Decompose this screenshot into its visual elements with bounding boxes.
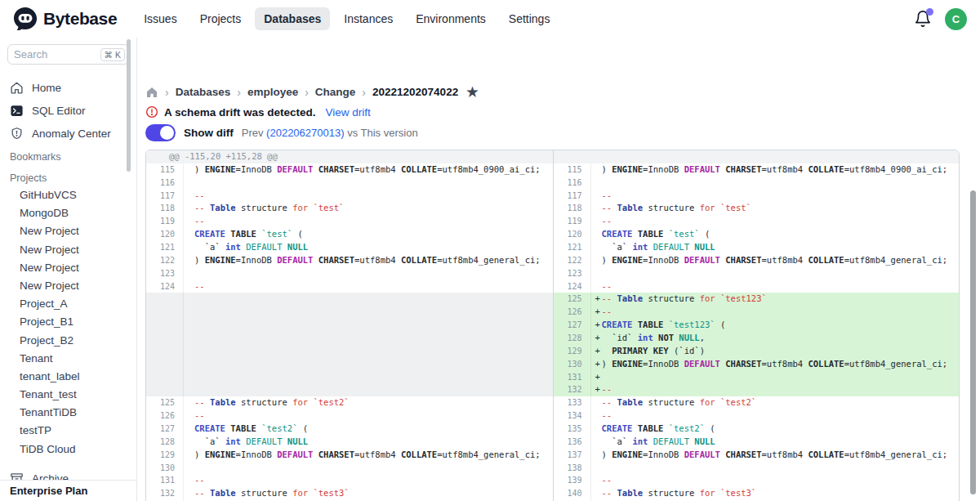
chevron-right-icon: ›: [165, 86, 169, 99]
sidebar-scrollbar[interactable]: [127, 39, 131, 172]
search-box[interactable]: ⌘ K: [7, 44, 129, 65]
navbar-item-settings[interactable]: Settings: [500, 7, 559, 30]
bytebase-logo[interactable]: Bytebase: [13, 7, 117, 31]
project-item[interactable]: New Project: [0, 223, 136, 241]
navbar-item-environments[interactable]: Environments: [407, 7, 495, 30]
line-marker: [591, 474, 602, 487]
navbar-item-databases[interactable]: Databases: [255, 7, 330, 30]
code-text: --: [194, 474, 205, 487]
project-item[interactable]: tenant_label: [0, 369, 136, 387]
alert-icon: [145, 105, 158, 119]
code-text: CREATE TABLE `test123` (: [602, 319, 726, 332]
code-text: CREATE TABLE `test` (: [602, 228, 710, 241]
line-number: 118: [554, 202, 591, 215]
line-marker: [184, 409, 194, 423]
sidebar-item-sql-editor[interactable]: SQL Editor: [0, 99, 136, 122]
line-number: 136: [554, 436, 591, 449]
vs-this-version-label: vs This version: [347, 127, 417, 139]
project-item[interactable]: Project_A: [0, 296, 136, 314]
line-marker: [184, 280, 194, 293]
line-number: 127: [146, 423, 184, 436]
line-marker: [591, 449, 602, 462]
diff-versions-text: Prev (202206270013) vs This version: [242, 127, 418, 139]
diff-line: 128 `a` int DEFAULT NULL: [146, 436, 553, 449]
view-drift-link[interactable]: View drift: [326, 106, 371, 119]
hunk-header: [554, 150, 960, 163]
code-text: --: [602, 409, 612, 423]
line-number: 127: [554, 319, 591, 332]
diff-line: 136 `a` int DEFAULT NULL: [554, 436, 960, 449]
line-number: 137: [554, 449, 591, 462]
home-icon[interactable]: [145, 86, 158, 99]
line-number: 130: [146, 462, 184, 475]
project-item[interactable]: TiDB Cloud: [0, 441, 136, 459]
line-marker: [184, 396, 194, 409]
breadcrumb-item[interactable]: Databases: [176, 86, 231, 98]
star-icon[interactable]: ★: [466, 84, 478, 100]
project-list: GitHubVCSMongoDBNew ProjectNew ProjectNe…: [0, 187, 136, 459]
project-item[interactable]: Tenant_test: [0, 387, 136, 405]
code-text: --: [602, 280, 612, 293]
diff-line: 137) ENGINE=InnoDB DEFAULT CHARSET=utf8m…: [554, 449, 960, 462]
diff-line: 115) ENGINE=InnoDB DEFAULT CHARSET=utf8m…: [146, 163, 553, 177]
project-item[interactable]: MongoDB: [0, 205, 136, 223]
line-marker: [591, 396, 602, 409]
line-marker: [184, 163, 194, 177]
code-text: -- Table structure for `test`: [602, 202, 751, 215]
diff-line: 129+ PRIMARY KEY (`id`): [554, 345, 960, 358]
addition-marker: +: [591, 371, 602, 384]
code-text: --: [602, 474, 612, 487]
project-item[interactable]: Project_B1: [0, 314, 136, 332]
project-item[interactable]: testTP: [0, 423, 136, 441]
code-text: ) ENGINE=InnoDB DEFAULT CHARSET=utf8mb4 …: [194, 163, 541, 177]
breadcrumb-item[interactable]: employee: [247, 86, 298, 98]
line-number: 126: [554, 306, 591, 319]
hunk-header: @@ -115,20 +115,28 @@: [146, 150, 553, 163]
page-scrollbar[interactable]: [970, 190, 976, 494]
line-marker: [184, 436, 194, 449]
code-text: --: [602, 306, 612, 319]
diff-line: 127+CREATE TABLE `test123` (: [554, 319, 960, 332]
project-item[interactable]: Tenant: [0, 351, 136, 369]
project-item[interactable]: TenantTiDB: [0, 405, 136, 423]
diff-line: 128+ `id` int NOT NULL,: [554, 332, 960, 345]
notifications-button[interactable]: [914, 10, 932, 28]
sidebar-item-label: Anomaly Center: [32, 127, 111, 140]
line-number: 139: [554, 474, 591, 487]
code-text: `id` int NOT NULL,: [602, 332, 705, 345]
navbar-item-instances[interactable]: Instances: [335, 7, 402, 30]
project-item[interactable]: Project_B2: [0, 333, 136, 351]
search-input[interactable]: [14, 48, 100, 60]
breadcrumb-items: ›Databases›employee›Change›2022120207402…: [165, 86, 458, 99]
diff-line: 120CREATE TABLE `test` (: [554, 228, 960, 241]
line-number: 120: [554, 228, 591, 241]
breadcrumb-item[interactable]: 20221202074022: [372, 86, 458, 98]
code-text: ) ENGINE=InnoDB DEFAULT CHARSET=utf8mb4 …: [602, 358, 948, 371]
diff-gap-row: [146, 332, 553, 345]
diff-line: 122) ENGINE=InnoDB DEFAULT CHARSET=utf8m…: [554, 254, 960, 267]
project-item[interactable]: New Project: [0, 260, 136, 278]
search-shortcut-badge: ⌘ K: [100, 48, 125, 61]
avatar[interactable]: C: [945, 8, 967, 30]
show-diff-toggle[interactable]: [145, 124, 176, 141]
code-text: `a` int DEFAULT NULL: [602, 241, 715, 254]
line-number: 133: [554, 396, 591, 409]
code-text: ) ENGINE=InnoDB DEFAULT CHARSET=utf8mb4 …: [602, 254, 948, 267]
diff-line: 118-- Table structure for `test`: [554, 202, 960, 215]
line-number: 119: [146, 215, 184, 228]
project-item[interactable]: GitHubVCS: [0, 187, 136, 205]
prev-label: Prev: [242, 127, 264, 139]
show-diff-label: Show diff: [184, 127, 234, 139]
sidebar-item-anomaly-center[interactable]: Anomaly Center: [0, 122, 136, 145]
sidebar-item-home[interactable]: Home: [0, 76, 136, 99]
navbar-item-projects[interactable]: Projects: [191, 7, 251, 30]
project-item[interactable]: New Project: [0, 278, 136, 296]
project-item[interactable]: New Project: [0, 242, 136, 260]
line-number: 126: [146, 409, 184, 423]
prev-version-link[interactable]: (202206270013): [266, 127, 344, 139]
code-text: CREATE TABLE `test2` (: [602, 423, 715, 436]
diff-toggle-row: Show diff Prev (202206270013) vs This ve…: [145, 124, 418, 141]
diff-line: 117--: [554, 190, 960, 203]
navbar-item-issues[interactable]: Issues: [135, 7, 185, 30]
breadcrumb-item[interactable]: Change: [315, 86, 356, 98]
